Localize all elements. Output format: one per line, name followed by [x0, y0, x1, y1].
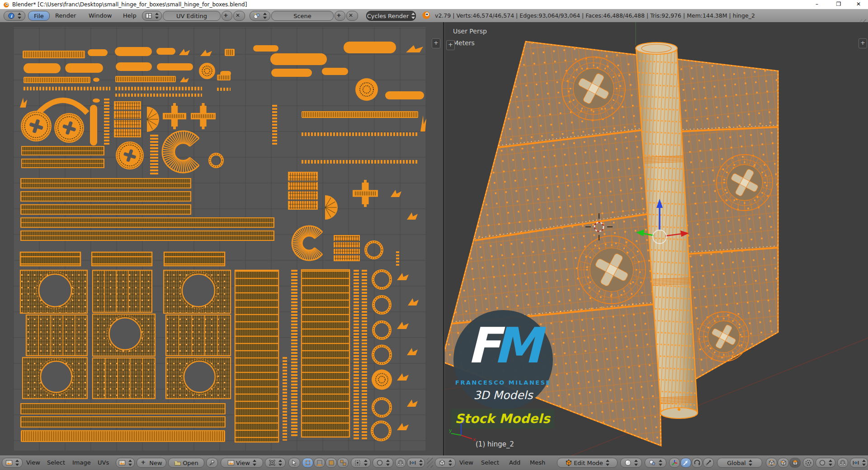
uv-new-image-button[interactable]: +New — [137, 458, 166, 468]
plus-icon: + — [336, 12, 344, 19]
v3d-selectmode-face[interactable] — [789, 458, 801, 468]
gizmo-z-label: z — [462, 419, 465, 424]
v3d-occlude-toggle[interactable] — [803, 458, 814, 468]
plus-icon: + — [223, 12, 231, 19]
menu-help-label: Help — [123, 12, 137, 19]
proportional-edit-icon — [376, 459, 383, 466]
v3d-left-panel-tab[interactable]: + — [446, 40, 455, 50]
v3d-menu-add[interactable]: Add — [509, 458, 520, 468]
menu-render-label: Render — [55, 12, 76, 19]
translate-arrow-icon — [682, 459, 689, 466]
magnet-icon — [839, 459, 846, 466]
v3d-pivot-dropdown[interactable] — [645, 458, 666, 468]
uv-editor-canvas[interactable] — [0, 22, 443, 456]
dropdown-arrows-icon — [634, 460, 638, 466]
info-editor-dropdown[interactable]: i — [4, 11, 25, 21]
menu-file[interactable]: File — [28, 11, 50, 21]
v3d-manipulator-scale[interactable] — [703, 458, 714, 468]
uv-selectmode-edge[interactable] — [314, 458, 325, 468]
v3d-snap-toggle[interactable] — [837, 458, 848, 468]
close-button[interactable]: ✕ — [851, 0, 866, 9]
uv-menu-image[interactable]: Image — [72, 458, 91, 468]
scale-icon — [705, 459, 712, 466]
viewport-unit-label: Meters — [453, 39, 475, 47]
uv-editor-type-dropdown[interactable] — [2, 458, 23, 468]
restore-button[interactable]: ❐ — [831, 0, 846, 9]
v3d-editor-type-dropdown[interactable] — [435, 458, 456, 468]
uv-panel-expand-tab[interactable]: + — [432, 38, 440, 48]
v3d-orientation-dropdown[interactable]: Global — [717, 458, 762, 468]
uv-proportional-dropdown[interactable] — [373, 458, 393, 468]
uv-open-image-button[interactable]: Open — [168, 458, 204, 468]
uv-menu-view-label: View — [26, 459, 40, 466]
v3d-orientation-dropdown-label: Global — [727, 460, 745, 466]
mini-axis-gizmo: z y x — [448, 419, 477, 448]
uv-snap-element-dropdown[interactable] — [407, 458, 425, 468]
blender-logo-icon — [421, 10, 430, 19]
v3d-menu-mesh-label: Mesh — [530, 459, 545, 466]
v3d-shading-dropdown[interactable] — [620, 458, 642, 468]
uv-pin-button[interactable] — [206, 458, 218, 468]
render-engine-dropdown[interactable]: Cycles Render — [366, 11, 416, 21]
vertex-select-icon — [768, 459, 775, 466]
dropdown-arrows-icon — [658, 460, 662, 466]
watermark-fm-logo: F M FRANCESCO MILANESE 3D Models — [453, 310, 553, 409]
uv-selectmode-face[interactable] — [326, 458, 337, 468]
v3d-proportional-dropdown[interactable] — [816, 458, 835, 468]
menu-render[interactable]: Render — [55, 11, 76, 21]
uv-center-dropdown[interactable] — [265, 458, 286, 468]
layout-add-button[interactable]: + — [222, 11, 232, 21]
viewport-shading-icon — [624, 459, 632, 466]
v3d-menu-view-label: View — [459, 459, 473, 466]
scene-delete-button[interactable]: ✕ — [346, 11, 358, 21]
uv-sticky-dropdown[interactable] — [351, 458, 371, 468]
layout-browse-dropdown[interactable] — [142, 11, 162, 21]
v3d-right-panel-tab[interactable]: + — [859, 38, 867, 48]
uv-selectmode-island[interactable] — [337, 458, 349, 468]
v3d-manipulator-toggle[interactable] — [669, 458, 680, 468]
footer-resize-grip[interactable] — [427, 458, 433, 468]
layout-name-field[interactable]: UV Editing — [163, 11, 221, 21]
v3d-mode-dropdown[interactable]: Edit Mode — [557, 458, 618, 468]
scene-add-button[interactable]: + — [335, 11, 345, 21]
main-area: + User Persp Meters + + F M FRANCESCO MI… — [0, 22, 868, 456]
scene-browse-dropdown[interactable] — [250, 11, 270, 21]
edge-select-icon — [780, 459, 787, 466]
v3d-snap-element-dropdown[interactable] — [850, 458, 868, 468]
uv-menu-view[interactable]: View — [26, 458, 40, 468]
uv-image-browse-dropdown[interactable] — [116, 458, 135, 468]
layout-delete-button[interactable]: ✕ — [233, 11, 245, 21]
plus-icon: + — [141, 459, 148, 466]
proportional-edit-icon — [819, 459, 826, 466]
v3d-selectmode-vertex[interactable] — [766, 458, 777, 468]
v3d-manipulator-translate[interactable] — [680, 458, 691, 468]
menu-window[interactable]: Window — [89, 11, 112, 21]
uv-menu-uvs[interactable]: UVs — [98, 458, 109, 468]
crosshair-icon — [269, 459, 276, 466]
v3d-menu-select[interactable]: Select — [481, 458, 499, 468]
uv-selectmode-vertex[interactable] — [302, 458, 313, 468]
v3d-selectmode-edge[interactable] — [778, 458, 789, 468]
uv-select-sync-toggle[interactable] — [288, 458, 300, 468]
uv-view-image-dropdown[interactable]: View — [221, 458, 263, 468]
scene-name-field[interactable]: Scene — [271, 11, 334, 21]
viewport-3d[interactable]: User Persp Meters + + F M FRANCESCO MILA… — [445, 22, 868, 456]
dropdown-arrows-icon — [278, 460, 282, 466]
viewport-view-label: User Persp — [453, 28, 487, 35]
cursor-icon — [291, 459, 298, 466]
v3d-menu-mesh[interactable]: Mesh — [530, 458, 545, 468]
watermark-author: FRANCESCO MILANESE — [453, 379, 553, 386]
uv-image-editor[interactable]: + — [0, 22, 443, 456]
uv-snap-toggle[interactable] — [395, 458, 406, 468]
scene-statistics: v2.79 | Verts:46,574/46,574 | Edges:93,0… — [435, 9, 755, 22]
dropdown-arrows-icon — [263, 13, 267, 19]
snap-element-icon — [409, 459, 416, 466]
minimize-button[interactable]: – — [809, 0, 825, 9]
menu-help[interactable]: Help — [123, 11, 137, 21]
uv-menu-select[interactable]: Select — [47, 458, 65, 468]
active-object-label: (1) hinge_2 — [476, 440, 514, 448]
v3d-menu-view[interactable]: View — [459, 458, 473, 468]
dropdown-arrows-icon — [828, 460, 832, 466]
dropdown-arrows-icon — [155, 13, 159, 19]
v3d-manipulator-rotate[interactable] — [692, 458, 703, 468]
